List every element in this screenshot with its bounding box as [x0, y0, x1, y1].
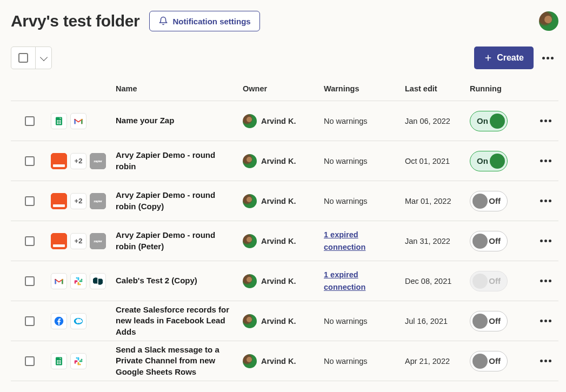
- app-icon: [51, 233, 67, 249]
- page-title: Arvy's test folder: [11, 12, 139, 30]
- owner-name: Arvind K.: [261, 277, 296, 285]
- row-warnings: No warnings: [322, 117, 403, 125]
- col-warnings: Warnings: [322, 84, 403, 93]
- owner-avatar: [243, 314, 257, 328]
- warning-text: No warnings: [324, 357, 368, 366]
- toggle-label: Off: [489, 276, 501, 285]
- zap-table: Name Owner Warnings Last edit Running Na…: [11, 79, 558, 381]
- owner-avatar: [243, 354, 257, 368]
- more-icon: [540, 280, 551, 282]
- table-row: Create Salesforce records for new leads …: [11, 301, 558, 341]
- row-more-button[interactable]: [535, 230, 556, 252]
- row-last-edit: Jan 06, 2022: [403, 117, 468, 125]
- row-name[interactable]: Arvy Zapier Demo - round robin (Peter): [114, 230, 241, 252]
- slack-icon: [70, 273, 86, 289]
- row-owner: Arvind K.: [241, 114, 322, 128]
- row-apps: +2zapier: [49, 193, 114, 209]
- zapier-icon: zapier: [90, 233, 106, 249]
- toggle-knob: [472, 234, 488, 249]
- row-name[interactable]: Arvy Zapier Demo - round robin (Copy): [114, 190, 241, 212]
- row-more-button[interactable]: [535, 190, 556, 212]
- warning-link[interactable]: 1 expired connection: [324, 270, 365, 291]
- more-icon: [540, 119, 551, 122]
- row-owner: Arvind K.: [241, 154, 322, 168]
- owner-avatar: [243, 194, 257, 208]
- row-owner: Arvind K.: [241, 354, 322, 368]
- owner-avatar: [243, 154, 257, 168]
- create-button-label: Create: [497, 53, 524, 63]
- col-last-edit: Last edit: [403, 84, 468, 93]
- warning-text: No warnings: [324, 197, 368, 205]
- row-more-button[interactable]: [535, 350, 556, 372]
- more-icon: [542, 57, 554, 59]
- row-checkbox[interactable]: [25, 116, 35, 126]
- user-avatar[interactable]: [539, 11, 558, 31]
- notification-settings-label: Notification settings: [172, 17, 250, 26]
- plus-icon: [484, 54, 492, 62]
- warning-link[interactable]: 1 expired connection: [324, 230, 365, 251]
- col-owner: Owner: [241, 84, 322, 93]
- row-checkbox[interactable]: [25, 156, 35, 166]
- row-more-button[interactable]: [535, 150, 556, 172]
- gmail-icon: [51, 273, 67, 289]
- app-icon: [51, 153, 67, 169]
- gmail-icon: [70, 113, 86, 129]
- row-apps: [49, 353, 114, 369]
- col-running: Running: [468, 84, 532, 93]
- row-last-edit: Jan 31, 2022: [403, 237, 468, 245]
- row-checkbox[interactable]: [25, 236, 35, 246]
- row-more-button[interactable]: [535, 310, 556, 332]
- row-last-edit: Mar 01, 2022: [403, 197, 468, 205]
- table-row: Name your Zap Arvind K. No warnings Jan …: [11, 101, 558, 141]
- table-row: +2zapier Arvy Zapier Demo - round robin …: [11, 221, 558, 261]
- toolbar-more-button[interactable]: [537, 47, 558, 69]
- row-checkbox[interactable]: [25, 316, 35, 326]
- row-name[interactable]: Send a Slack message to a Private Channe…: [114, 344, 241, 377]
- owner-name: Arvind K.: [261, 237, 296, 245]
- select-all-group: [11, 46, 52, 69]
- running-toggle[interactable]: Off: [470, 191, 508, 211]
- create-button[interactable]: Create: [474, 46, 534, 69]
- warning-text: No warnings: [324, 117, 368, 125]
- row-name[interactable]: Arvy Zapier Demo - round robin: [114, 150, 241, 172]
- toggle-label: Off: [489, 236, 501, 245]
- running-toggle[interactable]: On: [470, 111, 508, 131]
- warning-text: No warnings: [324, 317, 368, 325]
- running-toggle[interactable]: Off: [470, 351, 508, 371]
- slack-icon: [70, 353, 86, 369]
- row-checkbox[interactable]: [25, 276, 35, 286]
- select-dropdown-button[interactable]: [35, 47, 51, 69]
- running-toggle[interactable]: Off: [470, 311, 508, 331]
- row-checkbox[interactable]: [25, 196, 35, 206]
- owner-name: Arvind K.: [261, 117, 296, 125]
- row-last-edit: Oct 01, 2021: [403, 157, 468, 165]
- more-icon: [540, 160, 551, 162]
- owner-avatar: [243, 234, 257, 248]
- row-more-button[interactable]: [535, 270, 556, 292]
- zendesk-icon: [90, 273, 106, 289]
- row-checkbox[interactable]: [25, 356, 35, 366]
- salesforce-icon: [70, 313, 86, 329]
- row-name[interactable]: Caleb's Test 2 (Copy): [114, 275, 241, 286]
- owner-avatar: [243, 274, 257, 288]
- owner-name: Arvind K.: [261, 197, 296, 205]
- more-icon: [540, 360, 551, 362]
- row-name[interactable]: Name your Zap: [114, 115, 241, 126]
- select-all-checkbox[interactable]: [11, 47, 35, 69]
- table-header-row: Name Owner Warnings Last edit Running: [11, 79, 558, 101]
- running-toggle[interactable]: On: [470, 151, 508, 171]
- more-apps-badge: +2: [70, 193, 86, 209]
- toggle-knob: [472, 194, 488, 209]
- notification-settings-button[interactable]: Notification settings: [149, 11, 259, 31]
- row-apps: +2zapier: [49, 153, 114, 169]
- toggle-label: On: [477, 156, 488, 165]
- row-warnings: No warnings: [322, 317, 403, 325]
- running-toggle[interactable]: Off: [470, 231, 508, 251]
- row-name[interactable]: Create Salesforce records for new leads …: [114, 304, 241, 337]
- facebook-icon: [51, 313, 67, 329]
- toolbar: Create: [11, 46, 558, 69]
- more-icon: [540, 240, 551, 242]
- row-last-edit: Apr 21, 2022: [403, 357, 468, 366]
- row-more-button[interactable]: [535, 110, 556, 132]
- owner-name: Arvind K.: [261, 317, 296, 325]
